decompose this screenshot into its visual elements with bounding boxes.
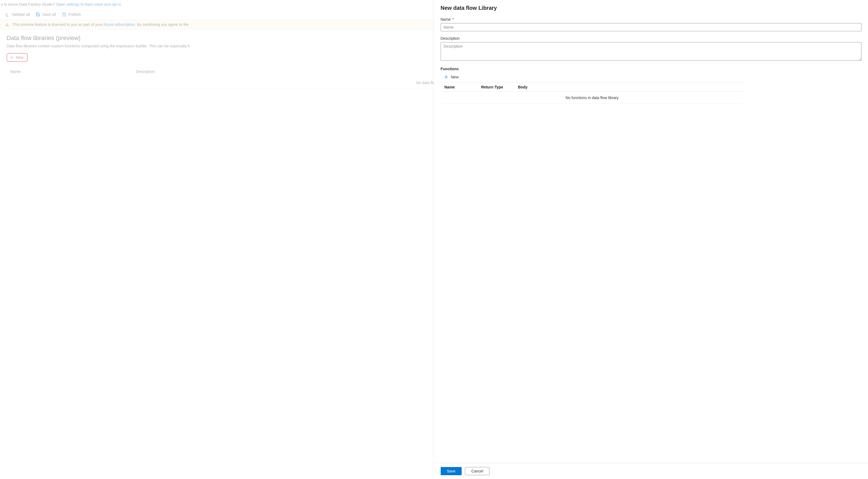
panel-body: New data flow Library Name * Description… <box>434 0 868 463</box>
warning-icon <box>5 22 9 27</box>
description-label: Description <box>441 36 862 40</box>
top-banner-text: s to Azure Data Factory Studio? <box>1 2 56 6</box>
publish-button[interactable]: Publish <box>62 12 81 16</box>
func-col-body: Body <box>518 85 740 89</box>
name-input[interactable] <box>441 23 862 31</box>
functions-table-header: Name Return Type Body <box>441 83 744 92</box>
panel-title: New data flow Library <box>441 5 862 11</box>
functions-label: Functions <box>441 67 862 71</box>
validate-all-button[interactable]: Validate all <box>5 12 30 16</box>
save-button[interactable]: Save <box>441 467 462 475</box>
save-all-label: Save all <box>42 12 56 16</box>
svg-rect-7 <box>7 25 7 26</box>
publish-label: Publish <box>68 12 81 16</box>
new-function-label: New <box>451 75 459 79</box>
validate-all-label: Validate all <box>11 12 30 16</box>
new-library-panel: New data flow Library Name * Description… <box>434 0 868 479</box>
svg-rect-2 <box>37 13 38 14</box>
new-library-label: New <box>16 55 24 60</box>
check-all-icon <box>5 12 9 16</box>
description-input[interactable] <box>441 42 862 61</box>
info-bar-text: This preview feature is licensed to you … <box>12 22 189 27</box>
save-all-icon <box>36 12 40 16</box>
func-col-name: Name <box>444 85 481 89</box>
plus-icon <box>10 56 13 59</box>
required-indicator: * <box>453 17 454 22</box>
plus-icon <box>444 75 448 79</box>
new-library-button[interactable]: New <box>6 53 28 62</box>
functions-table-empty: No functions in data flow library <box>441 92 744 104</box>
new-function-button[interactable]: New <box>442 74 460 80</box>
name-label: Name * <box>441 17 862 22</box>
publish-icon <box>62 12 66 16</box>
svg-rect-6 <box>7 24 7 25</box>
cancel-button[interactable]: Cancel <box>465 467 490 475</box>
functions-section: Functions New Name Return Type Body No f… <box>441 67 862 104</box>
top-banner-link[interactable]: Open settings to learn more and opt in <box>56 2 121 6</box>
func-col-return-type: Return Type <box>481 85 518 89</box>
description-group: Description <box>441 36 862 62</box>
functions-table: Name Return Type Body No functions in da… <box>441 82 744 104</box>
panel-footer: Save Cancel <box>434 463 868 479</box>
azure-subscription-link[interactable]: Azure subscription. <box>103 22 136 27</box>
svg-rect-3 <box>37 15 39 16</box>
name-group: Name * <box>441 17 862 31</box>
col-name-header: Name <box>10 69 136 74</box>
save-all-button[interactable]: Save all <box>36 12 56 16</box>
